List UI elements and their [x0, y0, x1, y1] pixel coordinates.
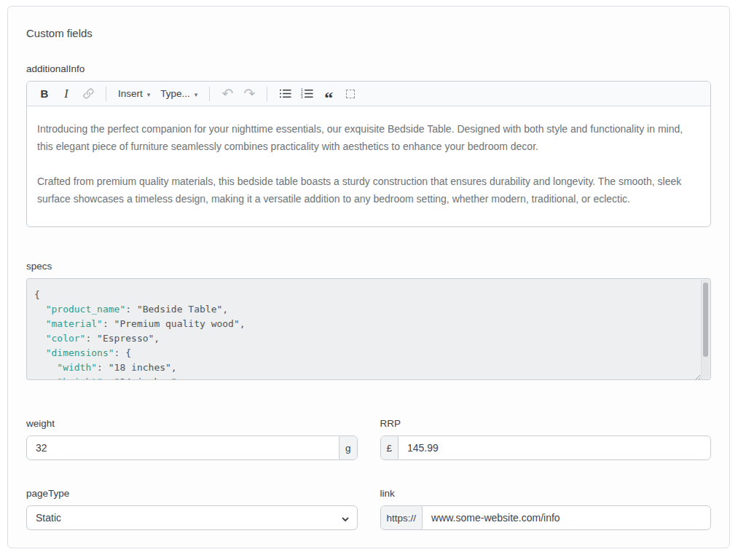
link-input-group: https:// — [380, 505, 712, 530]
type-dropdown-label: Type... — [160, 88, 190, 99]
weight-unit-addon: g — [339, 436, 357, 460]
bullet-list-icon — [279, 88, 291, 99]
specs-code-editor[interactable]: { "product_name": "Bedside Table", "mate… — [26, 278, 711, 380]
visual-blocks-button[interactable] — [340, 84, 361, 103]
editor-paragraph: Introducing the perfect companion for yo… — [37, 120, 700, 155]
rrp-label: RRP — [380, 418, 712, 429]
chevron-down-icon: ▾ — [147, 91, 151, 98]
type-dropdown[interactable]: Type... ▾ — [156, 84, 202, 103]
italic-button[interactable]: I — [56, 84, 76, 103]
custom-fields-card: Custom fields additionalInfo B I Inser — [7, 6, 730, 548]
insert-dropdown[interactable]: Insert ▾ — [114, 84, 154, 103]
field-link: link https:// — [380, 488, 712, 530]
chevron-down-icon: ▾ — [195, 91, 198, 98]
toolbar-divider — [209, 87, 210, 101]
redo-icon: ↷ — [243, 87, 255, 100]
link-input[interactable] — [423, 506, 710, 529]
additional-info-label: additionalInfo — [26, 63, 711, 74]
bullet-list-button[interactable] — [275, 84, 295, 103]
blockquote-icon: “ — [324, 96, 333, 100]
rrp-input-group: £ — [380, 435, 712, 460]
page-type-label: pageType — [26, 488, 358, 499]
dashed-box-icon — [346, 90, 355, 98]
redo-button[interactable]: ↷ — [239, 84, 259, 103]
card-title: Custom fields — [26, 27, 711, 39]
rte-toolbar: B I Insert ▾ Type... — [27, 82, 710, 106]
field-weight: weight g — [26, 418, 358, 460]
weight-input-group: g — [26, 435, 358, 460]
link-label: link — [380, 488, 712, 499]
undo-icon: ↶ — [221, 87, 233, 100]
field-page-type: pageType Static — [26, 488, 358, 530]
weight-label: weight — [26, 418, 358, 429]
page: Custom fields additionalInfo B I Inser — [0, 0, 738, 560]
bold-button[interactable]: B — [34, 84, 55, 103]
blockquote-button[interactable]: “ — [318, 84, 339, 103]
numbered-list-button[interactable]: 1 2 3 — [297, 84, 317, 103]
specs-label: specs — [26, 261, 711, 272]
protocol-addon: https:// — [381, 506, 423, 529]
rte-content[interactable]: Introducing the perfect companion for yo… — [27, 106, 710, 226]
currency-addon: £ — [381, 436, 399, 460]
field-specs: specs { "product_name": "Bedside Table",… — [26, 261, 711, 380]
specs-code[interactable]: { "product_name": "Bedside Table", "mate… — [27, 279, 710, 380]
numbered-list-icon: 1 2 3 — [301, 88, 313, 99]
svg-text:3: 3 — [301, 95, 303, 99]
fields-grid: weight g RRP £ pageType Static — [26, 418, 711, 530]
specs-scrollbar-thumb[interactable] — [703, 283, 708, 357]
editor-paragraph: Crafted from premium quality materials, … — [37, 173, 700, 208]
toolbar-divider — [106, 87, 106, 101]
insert-dropdown-label: Insert — [118, 88, 143, 99]
rich-text-editor: B I Insert ▾ Type... — [26, 81, 711, 227]
page-type-select[interactable]: Static — [26, 505, 358, 530]
specs-scrollbar[interactable] — [701, 280, 710, 379]
field-rrp: RRP £ — [380, 418, 712, 460]
link-icon — [82, 87, 95, 100]
link-button[interactable] — [78, 84, 98, 103]
undo-button[interactable]: ↶ — [217, 84, 238, 103]
toolbar-divider — [267, 87, 267, 101]
page-type-select-wrap: Static — [26, 505, 358, 530]
weight-input[interactable] — [27, 436, 339, 460]
resize-handle-icon[interactable] — [694, 371, 701, 378]
rrp-input[interactable] — [399, 436, 710, 460]
